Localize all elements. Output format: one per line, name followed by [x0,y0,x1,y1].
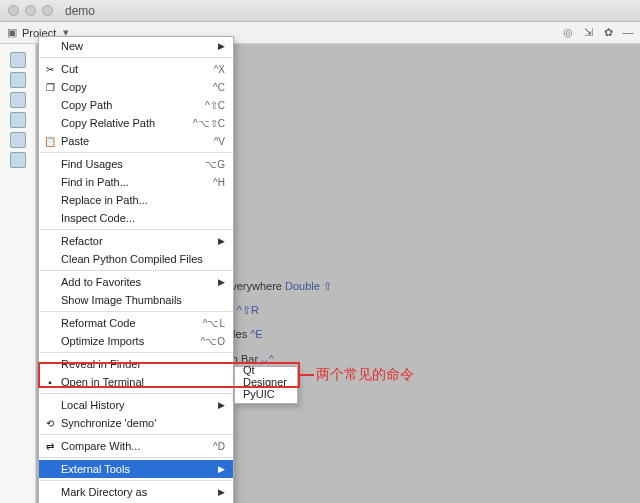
tree-node[interactable] [10,92,26,108]
menu-compare[interactable]: ⇄Compare With...^D [39,437,233,455]
annotation-text: 两个常见的命令 [316,366,414,384]
tree-node[interactable] [10,112,26,128]
menu-copy-path[interactable]: Copy Path^⇧C [39,96,233,114]
window-titlebar: demo [0,0,640,22]
menu-new[interactable]: New▶ [39,37,233,55]
gear-icon[interactable]: ✿ [602,26,614,39]
menu-refactor[interactable]: Refactor▶ [39,232,233,250]
folder-icon: ▣ [6,26,18,39]
submenu-external-tools: Qt Designer PyUIC [234,366,298,404]
menu-show-thumbs[interactable]: Show Image Thumbnails [39,291,233,309]
menu-clean-py[interactable]: Clean Python Compiled Files [39,250,233,268]
copy-icon: ❐ [43,82,57,93]
menu-opt-imports[interactable]: Optimize Imports^⌥O [39,332,233,350]
menu-cut[interactable]: ✂Cut^X [39,60,233,78]
menu-add-fav[interactable]: Add to Favorites▶ [39,273,233,291]
sync-icon: ⟲ [43,418,57,429]
menu-copy-rel[interactable]: Copy Relative Path^⌥⇧C [39,114,233,132]
menu-copy[interactable]: ❐Copy^C [39,78,233,96]
annotation-line [300,374,314,376]
project-tree[interactable] [0,44,36,503]
traffic-light-max[interactable] [42,5,53,16]
shortcut: ^⇧R [237,304,259,316]
tree-node[interactable] [10,152,26,168]
menu-synchronize[interactable]: ⟲Synchronize 'demo' [39,414,233,432]
menu-pyuic[interactable]: PyUIC [235,385,297,403]
window-title: demo [65,4,95,18]
shortcut: Double ⇧ [285,280,332,292]
scissors-icon: ✂ [43,64,57,75]
shortcut: ^E [250,328,263,340]
menu-replace-in-path[interactable]: Replace in Path... [39,191,233,209]
menu-inspect[interactable]: Inspect Code... [39,209,233,227]
menu-find-usages[interactable]: Find Usages⌥G [39,155,233,173]
tree-node[interactable] [10,132,26,148]
menu-external-tools[interactable]: External Tools▶ [39,460,233,478]
traffic-light-close[interactable] [8,5,19,16]
menu-find-in-path[interactable]: Find in Path...^H [39,173,233,191]
terminal-icon: ▪ [43,377,57,388]
compare-icon: ⇄ [43,441,57,452]
menu-qt-designer[interactable]: Qt Designer [235,367,297,385]
shortcut: ⌵⌃ [261,353,275,365]
menu-mark-dir[interactable]: Mark Directory as▶ [39,483,233,501]
menu-open-terminal[interactable]: ▪Open in Terminal [39,373,233,391]
tree-node[interactable] [10,72,26,88]
menu-reformat[interactable]: Reformat Code^⌥L [39,314,233,332]
menu-reveal[interactable]: Reveal in Finder [39,355,233,373]
tree-node[interactable] [10,52,26,68]
hide-icon[interactable]: — [622,26,634,39]
traffic-light-min[interactable] [25,5,36,16]
paste-icon: 📋 [43,136,57,147]
context-menu: New▶ ✂Cut^X ❐Copy^C Copy Path^⇧C Copy Re… [38,36,234,503]
target-icon[interactable]: ◎ [562,26,574,39]
menu-local-history[interactable]: Local History▶ [39,396,233,414]
collapse-icon[interactable]: ⇲ [582,26,594,39]
menu-paste[interactable]: 📋Paste^V [39,132,233,150]
